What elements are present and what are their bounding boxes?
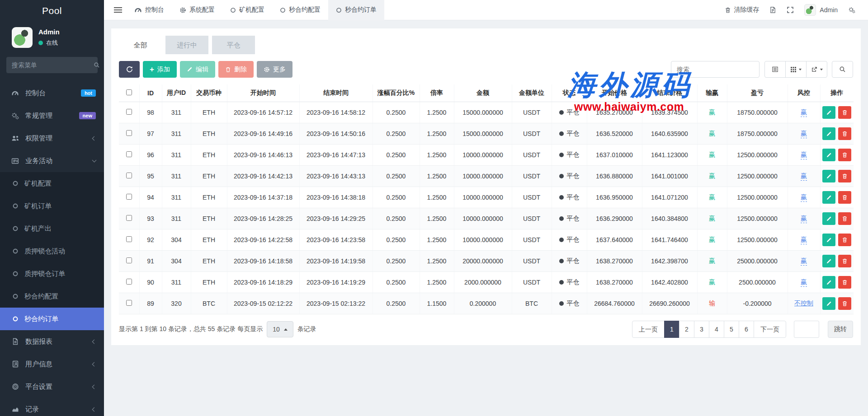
refresh-button[interactable]	[119, 61, 140, 78]
sidebar-item[interactable]: 控制台hot	[0, 82, 104, 104]
more-button[interactable]: 更多	[257, 61, 292, 78]
edit-button[interactable]: 编辑	[180, 61, 215, 78]
hamburger-menu-icon[interactable]	[114, 7, 122, 13]
sidebar-item[interactable]: 常规管理new	[0, 104, 104, 127]
detail-view-button[interactable]	[764, 61, 786, 78]
status-dot-icon	[559, 280, 564, 285]
select-all-checkbox[interactable]	[126, 89, 132, 95]
prev-page-button[interactable]: 上一页	[632, 321, 665, 338]
page-size-select[interactable]: 10	[267, 321, 293, 337]
row-edit-button[interactable]	[822, 170, 835, 182]
cell-risk: 赢	[788, 102, 820, 123]
columns-button[interactable]	[785, 61, 807, 78]
page-number-button[interactable]: 5	[724, 321, 739, 338]
fullscreen-icon[interactable]	[787, 6, 794, 14]
row-checkbox[interactable]	[126, 215, 132, 221]
cell-result: 赢	[697, 166, 727, 187]
topbar-tab[interactable]: 控制台	[127, 0, 172, 20]
delete-button[interactable]: 删除	[218, 61, 254, 78]
row-checkbox[interactable]	[126, 109, 132, 115]
sidebar-subitem[interactable]: 矿机订单	[0, 195, 104, 217]
sidebar-subitem[interactable]: 秒合约配置	[0, 285, 104, 308]
next-page-button[interactable]: 下一页	[754, 321, 786, 338]
status-dot-icon	[559, 174, 564, 178]
risk-control-link[interactable]: 赢	[801, 278, 807, 287]
gear-icon[interactable]	[848, 6, 855, 14]
row-edit-button[interactable]	[822, 234, 835, 246]
sidebar-item[interactable]: 记录	[0, 398, 104, 416]
row-edit-button[interactable]	[822, 127, 835, 140]
page-jump-button[interactable]: 跳转	[828, 321, 853, 338]
sidebar-subitem[interactable]: 质押锁仓活动	[0, 240, 104, 262]
topbar-right: 清除缓存 Admin	[725, 4, 868, 16]
row-delete-button[interactable]	[838, 106, 851, 119]
row-checkbox[interactable]	[126, 236, 132, 242]
topbar-tab[interactable]: 秒合约配置	[272, 0, 328, 20]
table-search-input[interactable]	[671, 61, 760, 78]
filter-tab[interactable]: 平仓	[212, 36, 255, 54]
row-edit-button[interactable]	[822, 149, 835, 161]
sidebar-subitem[interactable]: 矿机配置	[0, 172, 104, 195]
export-button[interactable]	[806, 61, 827, 78]
user-menu[interactable]: Admin	[804, 4, 838, 16]
row-checkbox[interactable]	[126, 173, 132, 178]
row-edit-button[interactable]	[822, 191, 835, 204]
sidebar-item[interactable]: 数据报表	[0, 330, 104, 353]
sidebar-item[interactable]: 平台设置	[0, 375, 104, 398]
sidebar-subitem[interactable]: 质押锁仓订单	[0, 262, 104, 285]
page-jump-input[interactable]	[794, 321, 819, 338]
row-checkbox[interactable]	[126, 194, 132, 200]
cell-end-price: 1639.374500	[642, 102, 697, 123]
topbar-tab[interactable]: 系统配置	[172, 0, 222, 20]
sidebar-item[interactable]: 权限管理	[0, 127, 104, 150]
row-checkbox[interactable]	[126, 300, 132, 306]
page-number-button[interactable]: 3	[694, 321, 709, 338]
risk-control-link[interactable]: 不控制	[794, 299, 813, 307]
topbar-tab[interactable]: 秒合约订单	[328, 0, 384, 20]
row-delete-button[interactable]	[838, 170, 851, 182]
file-text-icon[interactable]	[769, 6, 776, 14]
page-number-button[interactable]: 1	[664, 321, 679, 338]
risk-control-link[interactable]: 赢	[801, 108, 807, 117]
page-number-button[interactable]: 2	[679, 321, 694, 338]
row-edit-button[interactable]	[822, 297, 835, 310]
sidebar-subitem[interactable]: 矿机产出	[0, 217, 104, 240]
risk-control-link[interactable]: 赢	[801, 193, 807, 202]
row-delete-button[interactable]	[838, 276, 851, 289]
page-number-button[interactable]: 4	[709, 321, 724, 338]
row-edit-button[interactable]	[822, 106, 835, 119]
row-delete-button[interactable]	[838, 234, 851, 246]
row-edit-button[interactable]	[822, 212, 835, 225]
add-button[interactable]: + 添加	[143, 61, 177, 78]
row-edit-button[interactable]	[822, 276, 835, 289]
risk-control-link[interactable]: 赢	[801, 172, 807, 181]
cell-end-price: 1641.001000	[642, 166, 697, 187]
row-delete-button[interactable]	[838, 297, 851, 310]
row-checkbox[interactable]	[126, 279, 132, 285]
row-delete-button[interactable]	[838, 191, 851, 204]
row-checkbox[interactable]	[126, 257, 132, 263]
sidebar-item[interactable]: 业务活动	[0, 150, 104, 172]
row-delete-button[interactable]	[838, 127, 851, 140]
chevron-left-icon	[92, 136, 97, 140]
row-delete-button[interactable]	[838, 149, 851, 161]
risk-control-link[interactable]: 赢	[801, 236, 807, 244]
risk-control-link[interactable]: 赢	[801, 130, 807, 138]
row-checkbox[interactable]	[126, 130, 132, 136]
clear-cache-button[interactable]: 清除缓存	[725, 6, 759, 14]
sidebar-search-input[interactable]	[12, 61, 94, 69]
filter-tab[interactable]: 全部	[119, 36, 162, 54]
page-number-button[interactable]: 6	[739, 321, 754, 338]
sidebar-subitem[interactable]: 秒合约订单	[0, 308, 104, 330]
search-button[interactable]	[832, 61, 853, 78]
row-delete-button[interactable]	[838, 255, 851, 267]
row-checkbox[interactable]	[126, 151, 132, 157]
row-edit-button[interactable]	[822, 255, 835, 267]
risk-control-link[interactable]: 赢	[801, 215, 807, 223]
risk-control-link[interactable]: 赢	[801, 257, 807, 266]
sidebar-item[interactable]: 用户信息	[0, 353, 104, 375]
topbar-tab[interactable]: 矿机配置	[222, 0, 272, 20]
risk-control-link[interactable]: 赢	[801, 151, 807, 159]
filter-tab[interactable]: 进行中	[165, 36, 208, 54]
row-delete-button[interactable]	[838, 212, 851, 225]
